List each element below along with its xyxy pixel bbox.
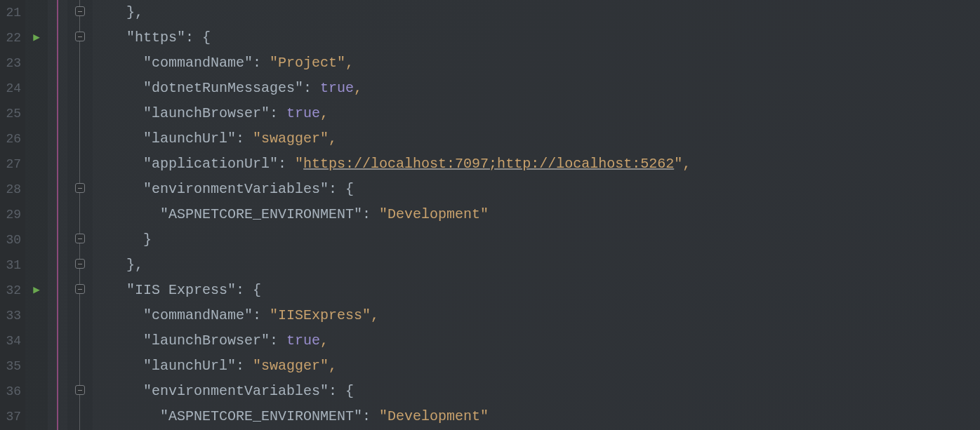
code-line[interactable]: "https": { xyxy=(93,25,980,51)
code-line[interactable]: }, xyxy=(93,253,980,278)
fold-close-icon[interactable] xyxy=(67,227,93,253)
code-line[interactable]: "launchUrl": "swagger", xyxy=(93,354,980,379)
line-number: 31 xyxy=(0,253,25,278)
line-number: 21 xyxy=(0,0,25,25)
code-line[interactable]: "environmentVariables": { xyxy=(93,379,980,404)
fold-open-icon[interactable] xyxy=(67,379,93,404)
fold-close-icon[interactable] xyxy=(67,0,93,25)
code-line[interactable]: "launchBrowser": true, xyxy=(93,101,980,126)
line-number: 34 xyxy=(0,328,25,354)
code-line[interactable]: "applicationUrl": "https://localhost:709… xyxy=(93,152,980,177)
line-number: 29 xyxy=(0,202,25,227)
run-gutter: ▶ ▶ xyxy=(25,0,48,430)
line-number: 33 xyxy=(0,303,25,328)
line-number: 24 xyxy=(0,76,25,101)
fold-gutter xyxy=(67,0,93,430)
line-number: 27 xyxy=(0,152,25,177)
line-number: 22 xyxy=(0,25,25,51)
code-line[interactable]: "launchBrowser": true, xyxy=(93,328,980,354)
code-line[interactable]: } xyxy=(93,227,980,253)
code-area[interactable]: }, "https": { "commandName": "Project", … xyxy=(93,0,980,430)
run-icon[interactable]: ▶ xyxy=(25,278,48,303)
application-url-link[interactable]: https://localhost:7097;http://localhost:… xyxy=(303,156,674,172)
line-number: 37 xyxy=(0,404,25,429)
fold-close-icon[interactable] xyxy=(67,253,93,278)
code-line[interactable]: }, xyxy=(93,0,980,25)
code-line[interactable]: "ASPNETCORE_ENVIRONMENT": "Development" xyxy=(93,202,980,227)
code-line[interactable]: "commandName": "Project", xyxy=(93,51,980,76)
code-line[interactable]: "environmentVariables": { xyxy=(93,177,980,202)
code-line[interactable]: "launchUrl": "swagger", xyxy=(93,126,980,152)
line-number: 32 xyxy=(0,278,25,303)
line-number: 28 xyxy=(0,177,25,202)
line-number: 36 xyxy=(0,379,25,404)
code-editor[interactable]: 21 22 23 24 25 26 27 28 29 30 31 32 33 3… xyxy=(0,0,980,430)
line-number: 25 xyxy=(0,101,25,126)
editor-margin xyxy=(48,0,67,430)
code-line[interactable]: "commandName": "IISExpress", xyxy=(93,303,980,328)
code-line[interactable]: "ASPNETCORE_ENVIRONMENT": "Development" xyxy=(93,404,980,429)
fold-open-icon[interactable] xyxy=(67,25,93,51)
line-number: 23 xyxy=(0,51,25,76)
fold-open-icon[interactable] xyxy=(67,177,93,202)
run-icon[interactable]: ▶ xyxy=(25,25,48,51)
line-number: 30 xyxy=(0,227,25,253)
line-number-gutter: 21 22 23 24 25 26 27 28 29 30 31 32 33 3… xyxy=(0,0,25,430)
code-line[interactable]: "dotnetRunMessages": true, xyxy=(93,76,980,101)
code-line[interactable]: "IIS Express": { xyxy=(93,278,980,303)
line-number: 26 xyxy=(0,126,25,152)
fold-open-icon[interactable] xyxy=(67,278,93,303)
line-number: 35 xyxy=(0,354,25,379)
